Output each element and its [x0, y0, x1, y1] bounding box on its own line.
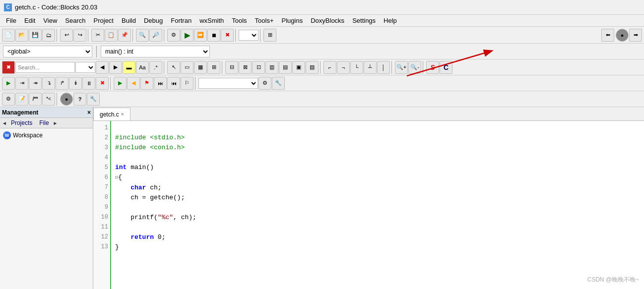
stop-button[interactable]: ⏹ — [207, 29, 220, 42]
replace-button[interactable]: 🔎 — [149, 29, 162, 42]
separator-6 — [260, 29, 262, 42]
build-run-button[interactable]: ⏩ — [194, 29, 207, 42]
bp-prev-button[interactable]: ⏮ — [167, 77, 180, 90]
corner-tl[interactable]: ⌐ — [323, 61, 336, 74]
regex-button[interactable]: .* — [149, 61, 162, 74]
abort-button[interactable]: ✖ — [221, 29, 234, 42]
debug-abort-button[interactable]: ✖ — [96, 77, 109, 90]
code-editor[interactable]: #include <stdio.h> #include <conio.h> in… — [111, 121, 644, 289]
corner-tr[interactable]: ¬ — [337, 61, 350, 74]
save-button[interactable]: 💾 — [29, 29, 42, 42]
zoom-out-button[interactable]: 🔍- — [408, 61, 421, 74]
run-button[interactable]: ▶ — [181, 29, 193, 42]
bitmap-tool-button[interactable]: ▦ — [194, 61, 207, 74]
v-line-tool[interactable]: │ — [377, 61, 390, 74]
debug-target-select[interactable] — [198, 78, 258, 89]
layout-tool-1[interactable]: ⊟ — [225, 61, 238, 74]
menu-edit[interactable]: Edit — [20, 16, 39, 25]
extra-wrench-btn[interactable]: 🔧 — [87, 93, 100, 106]
file-tab[interactable]: File — [36, 119, 52, 127]
projects-tab[interactable]: Projects — [8, 119, 35, 127]
menu-settings[interactable]: Settings — [348, 16, 380, 25]
menu-debug[interactable]: Debug — [140, 16, 167, 25]
menu-view[interactable]: View — [39, 16, 61, 25]
menu-wxsmith[interactable]: wxSmith — [195, 16, 228, 25]
block-tool-button[interactable]: ⊞ — [207, 61, 220, 74]
debug-next-button[interactable]: ↠ — [29, 77, 42, 90]
menu-tools[interactable]: Tools — [228, 16, 251, 25]
bp-flag-button[interactable]: ⚐ — [181, 77, 193, 90]
extra-comment-btn[interactable]: /** — [29, 93, 42, 106]
connector-tool[interactable]: ┴ — [364, 61, 377, 74]
debug-settings-button[interactable]: ⚙ — [258, 77, 271, 90]
clear-search-button[interactable]: ✖ — [2, 61, 15, 74]
debug-cont-button[interactable]: ↡ — [69, 77, 82, 90]
layout-tool-3[interactable]: ⊡ — [252, 61, 265, 74]
target-select[interactable] — [239, 30, 258, 41]
function-select[interactable]: main() : int — [101, 46, 210, 58]
layout-button[interactable]: ⊞ — [263, 29, 276, 42]
layout-tool-2[interactable]: ⊠ — [239, 61, 252, 74]
go-back-button[interactable]: ⬅ — [601, 29, 614, 42]
sym-s-button[interactable]: S — [426, 61, 439, 74]
layout-tool-6[interactable]: ▣ — [292, 61, 305, 74]
arrow-right-btn[interactable]: ► — [53, 120, 58, 126]
debug-step-button[interactable]: ⇥ — [15, 77, 28, 90]
menu-project[interactable]: Project — [90, 16, 118, 25]
select-tool-button[interactable]: ↖ — [167, 61, 180, 74]
build-settings-button[interactable]: ⚙ — [167, 29, 180, 42]
separator-2 — [88, 29, 90, 42]
go-forward-button[interactable]: ➡ — [629, 29, 642, 42]
match-case-button[interactable]: Aa — [136, 61, 149, 74]
sym-c-button[interactable]: C — [440, 61, 452, 74]
save-all-button[interactable]: 🗂 — [42, 29, 55, 42]
bp-red-button[interactable]: ⚑ — [140, 77, 153, 90]
getch-tab[interactable]: getch.c × — [93, 108, 130, 120]
highlight-button[interactable]: ▬ — [123, 61, 135, 74]
rect-tool-button[interactable]: ▭ — [181, 61, 193, 74]
remove-bp-button[interactable]: ◀ — [127, 77, 140, 90]
menu-search[interactable]: Search — [61, 16, 89, 25]
arrow-left-btn[interactable]: ◄ — [2, 120, 7, 126]
menu-build[interactable]: Build — [118, 16, 140, 25]
menu-doxyblocks[interactable]: DoxyBlocks — [307, 16, 348, 25]
extra-btn-2[interactable]: 📝 — [15, 93, 28, 106]
tab-close-btn[interactable]: × — [121, 112, 124, 117]
copy-button[interactable]: 📋 — [105, 29, 118, 42]
zoom-in-button[interactable]: 🔍+ — [395, 61, 408, 74]
layout-tool-7[interactable]: ▧ — [306, 61, 319, 74]
search-next-button[interactable]: ▶ — [109, 61, 122, 74]
menu-tools-plus[interactable]: Tools+ — [251, 16, 278, 25]
redo-button[interactable]: ↪ — [73, 29, 86, 42]
menu-plugins[interactable]: Plugins — [278, 16, 307, 25]
find-button[interactable]: 🔍 — [136, 29, 149, 42]
global-scope-select[interactable]: <global> — [3, 46, 92, 58]
open-button[interactable]: 📂 — [15, 29, 28, 42]
layout-tool-4[interactable]: ▥ — [265, 61, 278, 74]
search-input[interactable] — [15, 62, 75, 73]
menu-help[interactable]: Help — [380, 16, 401, 25]
extra-circle-btn[interactable]: ● — [60, 93, 73, 106]
debug-wrench-button[interactable]: 🔧 — [272, 77, 285, 90]
new-button[interactable]: 📄 — [2, 29, 15, 42]
search-prev-button[interactable]: ◀ — [96, 61, 109, 74]
layout-tool-5[interactable]: ▤ — [279, 61, 292, 74]
workspace-item[interactable]: W Workspace — [2, 130, 91, 140]
menu-file[interactable]: File — [2, 16, 20, 25]
undo-button[interactable]: ↩ — [60, 29, 73, 42]
add-bp-button[interactable]: ▶ — [114, 77, 127, 90]
extra-btn-1[interactable]: ⚙ — [2, 93, 15, 106]
search-history-select[interactable] — [75, 62, 95, 73]
menu-fortran[interactable]: Fortran — [167, 16, 195, 25]
debug-step-out-button[interactable]: ↱ — [56, 77, 68, 90]
corner-bl[interactable]: └ — [350, 61, 363, 74]
bp-next-button[interactable]: ⏭ — [154, 77, 167, 90]
extra-help-btn[interactable]: ? — [73, 93, 86, 106]
debug-step-in-button[interactable]: ↴ — [42, 77, 55, 90]
debug-stop-button[interactable]: ⏸ — [82, 77, 95, 90]
sidebar-close-btn[interactable]: × — [87, 109, 91, 116]
extra-less-btn[interactable]: *< — [42, 93, 55, 106]
paste-button[interactable]: 📌 — [118, 29, 131, 42]
debug-play-button[interactable]: ▶ — [2, 77, 15, 90]
cut-button[interactable]: ✂ — [91, 29, 104, 42]
